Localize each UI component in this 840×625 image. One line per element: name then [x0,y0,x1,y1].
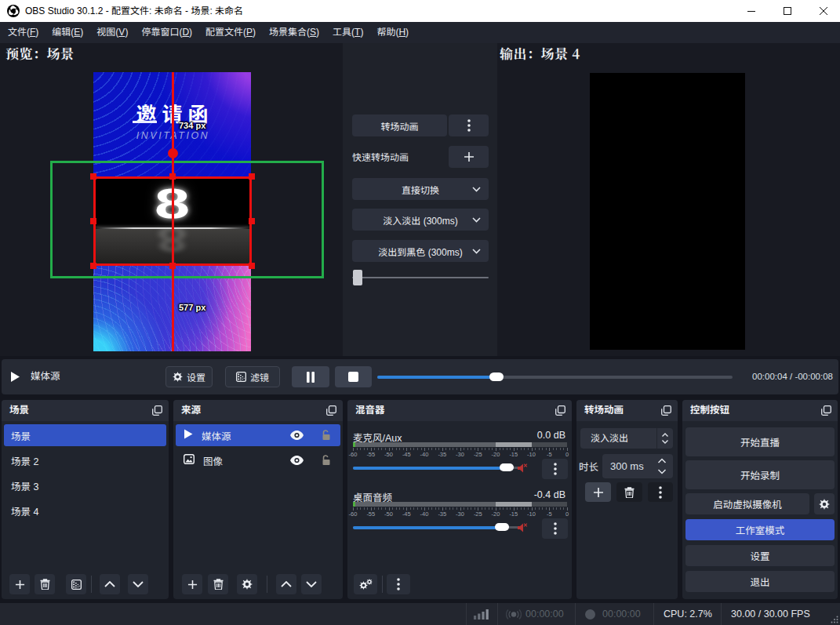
selection-handle[interactable] [249,173,255,180]
duration-spinbox[interactable]: 300 ms [602,454,673,478]
scene-filters-button[interactable] [66,574,86,594]
transitions-button[interactable]: 转场动画 [352,114,447,136]
selection-handle[interactable] [249,263,255,269]
scenes-toolbar [2,574,169,594]
selection-handle[interactable] [90,173,96,180]
mute-icon[interactable] [518,523,530,532]
advanced-audio-button[interactable] [354,574,377,594]
source-properties-button[interactable] [237,574,257,594]
popout-icon[interactable] [661,405,671,416]
stop-icon [348,372,358,382]
selection-handle[interactable] [169,173,176,180]
source-selection-box[interactable] [93,176,252,266]
remove-scene-button[interactable] [35,574,55,594]
add-source-button[interactable] [182,574,202,594]
transition-duration-slider-handle[interactable] [353,270,362,285]
media-filters-button[interactable]: 滤镜 [225,366,280,387]
mixer-menu-button[interactable] [387,574,410,594]
transition-select-fade[interactable]: 淡入淡出 (300ms) [352,209,489,231]
virtual-camera-settings-button[interactable] [814,493,835,514]
plus-icon [593,487,604,498]
move-source-down-button[interactable] [301,574,322,594]
settings-button[interactable]: 设置 [685,545,835,566]
mute-icon[interactable] [518,463,530,473]
menu-item[interactable]: 编辑(E) [46,22,89,43]
media-seek-progress [377,376,491,379]
meter-scale-labels: -60-55-50-45-40-35-30-25-20-15-10-50 [353,511,567,518]
media-pause-button[interactable] [292,366,329,387]
menu-item[interactable]: 工具(T) [327,22,369,43]
move-source-up-button[interactable] [276,574,296,594]
menu-item[interactable]: 文件(F) [2,22,44,43]
maximize-button[interactable] [769,0,805,22]
studio-mode-button[interactable]: 工作室模式 [685,519,835,540]
menu-item[interactable]: 停靠窗口(D) [136,22,198,43]
start-virtual-camera-button[interactable]: 启动虚拟摄像机 [685,493,809,514]
rotation-handle[interactable] [168,148,178,158]
media-stop-button[interactable] [335,366,372,387]
source-lock-toggle[interactable] [322,430,331,441]
kebab-menu-icon [554,522,557,535]
plus-icon [187,580,198,590]
preview-label: 预览：场景 [5,44,75,63]
start-recording-button[interactable]: 开始录制 [685,460,835,489]
popout-icon[interactable] [326,405,336,416]
trash-icon [40,579,50,590]
remove-source-button[interactable] [208,574,228,594]
source-list-item[interactable]: 媒体源 [176,424,340,446]
exit-button[interactable]: 退出 [685,571,835,592]
maximize-icon [783,6,792,16]
program-label: 输出：场景 4 [500,44,580,63]
source-list-item[interactable]: 图像 [176,449,340,471]
menu-item[interactable]: 帮助(H) [371,22,414,43]
transitions-menu-button[interactable] [449,114,489,136]
volume-slider-handle[interactable] [500,463,514,471]
source-lock-toggle[interactable] [322,455,331,466]
transition-duration-slider-track[interactable] [352,277,489,278]
volume-slider-handle[interactable] [495,523,509,531]
menu-item[interactable]: 配置文件(P) [200,22,261,43]
menu-item[interactable]: 场景集合(S) [264,22,325,43]
mixer-channel-menu-button[interactable] [542,518,568,539]
scene-list-item[interactable]: 场景 2 [4,449,166,471]
stream-status-icon [506,609,522,620]
scene-list-item[interactable]: 场景 [4,424,166,446]
transition-properties-button[interactable] [648,482,673,502]
popout-icon[interactable] [821,405,831,416]
transition-type-select[interactable]: 淡入淡出 [580,428,673,449]
transition-select-fade-to-black[interactable]: 淡出到黑色 (300ms) [352,240,489,262]
selection-handle[interactable] [90,218,96,224]
record-status-icon [585,609,595,620]
selection-handle[interactable] [249,218,255,224]
move-scene-down-button[interactable] [128,574,148,594]
media-seek-handle[interactable] [489,372,504,381]
resize-grip[interactable] [831,616,838,623]
add-transition-button[interactable] [585,482,611,502]
quick-transition-add-button[interactable] [449,146,489,168]
menu-item[interactable]: 视图(V) [91,22,133,43]
mixer-channel-menu-button[interactable] [542,459,568,479]
source-visibility-toggle[interactable] [290,431,304,440]
minimize-button[interactable] [733,0,769,22]
move-scene-up-button[interactable] [100,574,120,594]
popout-icon[interactable] [555,405,565,416]
selection-handle[interactable] [169,263,176,269]
popout-icon[interactable] [152,405,162,416]
eye-icon [290,431,304,440]
record-timecode: 00:00:00 [602,603,641,625]
volume-slider-fill [353,526,504,529]
source-visibility-toggle[interactable] [290,456,304,465]
transition-select-direct[interactable]: 直接切换 [352,178,489,200]
start-streaming-button[interactable]: 开始直播 [685,427,835,456]
selection-handle[interactable] [90,263,96,269]
mixer-channel-db: -0.4 dB [534,489,565,500]
add-scene-button[interactable] [9,574,30,594]
scene-list-item[interactable]: 场景 4 [4,500,166,521]
close-button[interactable] [805,0,840,22]
scene-list-item[interactable]: 场景 3 [4,474,166,496]
network-signal-icon [474,609,489,620]
remove-transition-button[interactable] [616,482,642,502]
obs-logo-icon [7,5,20,17]
media-settings-button[interactable]: 设置 [165,366,213,387]
program-canvas[interactable] [590,73,745,350]
